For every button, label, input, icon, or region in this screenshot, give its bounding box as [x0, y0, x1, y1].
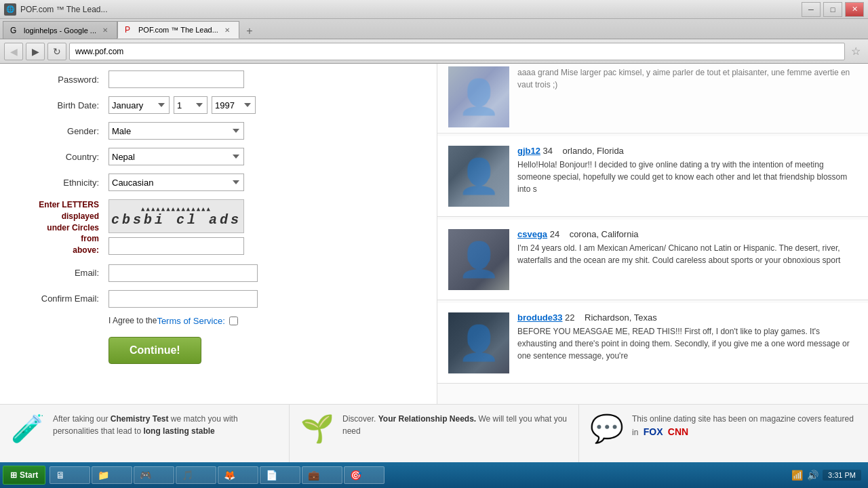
profile-info-gjb12: gjb12 34 orlando, Florida Hello!Hola! Bo…: [517, 146, 857, 207]
email-label: Email:: [27, 268, 108, 278]
taskbar-item-7[interactable]: 💼: [302, 466, 342, 484]
continue-button-container: Continue!: [27, 337, 410, 364]
captcha-text-display: cbsbi cl ads: [111, 212, 241, 228]
system-clock: 3:31 PM: [823, 470, 861, 481]
captcha-dots: ▲▲▲▲▲▲▲▲▲▲▲▲▲▲: [141, 205, 212, 212]
tab-title-loginhelps: loginhelps - Google ...: [24, 26, 96, 35]
taskbar-icon-4: 🎵: [182, 470, 193, 481]
country-select[interactable]: Nepal: [108, 148, 244, 165]
tab-close-pof[interactable]: ✕: [222, 25, 232, 35]
birth-day-select[interactable]: 1: [174, 96, 208, 114]
start-label: Start: [20, 470, 38, 480]
taskbar-item-8[interactable]: 🎯: [344, 466, 384, 484]
tab-bar: G loginhelps - Google ... ✕ P POF.com ™ …: [0, 19, 868, 39]
terms-link[interactable]: Terms of Service:: [157, 316, 224, 326]
captcha-label: Enter LETTERS displayed under Circles fr…: [27, 199, 108, 256]
forward-button[interactable]: ▶: [26, 43, 45, 60]
gender-select[interactable]: Male: [108, 122, 244, 140]
profile-username-gjb12[interactable]: gjb12: [517, 146, 540, 156]
address-bar[interactable]: [69, 43, 845, 60]
registration-form: Password: Birth Date: January 1 1997: [0, 64, 437, 404]
chemistry-test-label: Chemistry Test: [111, 414, 169, 424]
email-input[interactable]: [108, 264, 258, 282]
tab-loginhelps[interactable]: G loginhelps - Google ... ✕: [3, 21, 117, 39]
terms-text: I Agree to the: [108, 316, 157, 325]
tab-pof[interactable]: P POF.com ™ The Lead... ✕: [117, 21, 239, 39]
birth-year-select[interactable]: 1997: [212, 96, 256, 114]
cnn-logo: CNN: [668, 426, 688, 437]
fox-logo: FOX: [644, 426, 663, 437]
profile-card-csvega: 👤 csvega 24 corona, California I'm 24 ye…: [437, 220, 868, 300]
minimize-button[interactable]: ─: [802, 2, 821, 17]
taskbar-system-tray: 📶 🔊 3:31 PM: [791, 470, 865, 481]
password-input[interactable]: [108, 70, 244, 88]
profile-header-csvega: csvega 24 corona, California: [517, 229, 857, 239]
new-tab-button[interactable]: +: [241, 24, 258, 39]
footer-text-discover: Discover. Your Relationship Needs. We wi…: [342, 413, 568, 437]
window-controls: ─ □ ✕: [802, 2, 864, 17]
terms-row: I Agree to the Terms of Service:: [27, 316, 410, 326]
volume-icon: 🔊: [807, 470, 818, 481]
confirm-email-input[interactable]: [108, 290, 258, 308]
profile-info-csvega: csvega 24 corona, California I'm 24 year…: [517, 229, 857, 290]
profile-age-loc-csvega: 24 corona, California: [550, 229, 639, 239]
press-icon: 💬: [590, 413, 624, 445]
refresh-button[interactable]: ↻: [47, 43, 66, 60]
profile-text-gjb12: Hello!Hola! Bonjour!! I decided to give …: [517, 159, 857, 195]
footer-col-discover: 🌱 Discover. Your Relationship Needs. We …: [290, 405, 579, 462]
taskbar-icon-1: 🖥: [56, 470, 65, 481]
chemistry-icon: 🧪: [11, 413, 45, 445]
ethnicity-label: Ethnicity:: [27, 178, 108, 188]
navigation-bar: ◀ ▶ ↻ ☆: [0, 39, 868, 64]
maximize-button[interactable]: □: [823, 2, 842, 17]
captcha-row: Enter LETTERS displayed under Circles fr…: [27, 199, 410, 256]
browser-chrome: 🌐 POF.com ™ The Lead... ─ □ ✕ G loginhel…: [0, 0, 868, 64]
taskbar-item-1[interactable]: 🖥: [50, 466, 90, 484]
footer-bar: 🧪 After taking our Chemistry Test we mat…: [0, 404, 868, 462]
title-bar: 🌐 POF.com ™ The Lead... ─ □ ✕: [0, 0, 868, 19]
birthdate-row: Birth Date: January 1 1997: [27, 96, 410, 114]
discover-icon: 🌱: [300, 413, 334, 445]
captcha-input[interactable]: [108, 237, 244, 255]
back-button[interactable]: ◀: [4, 43, 23, 60]
confirm-email-label: Confirm Email:: [27, 293, 108, 304]
tab-favicon-pof: P: [125, 25, 134, 35]
birth-month-select[interactable]: January: [108, 96, 170, 114]
taskbar-item-firefox[interactable]: 🦊: [218, 466, 258, 484]
taskbar-item-4[interactable]: 🎵: [176, 466, 216, 484]
close-button[interactable]: ✕: [845, 2, 864, 17]
ethnicity-row: Ethnicity: Caucasian: [27, 174, 410, 191]
profile-info-brodude33: brodude33 22 Richardson, Texas BEFORE YO…: [517, 312, 857, 373]
profile-age-loc-gjb12: 34 orlando, Florida: [543, 146, 624, 156]
password-row: Password:: [27, 70, 410, 88]
confirm-email-row: Confirm Email:: [27, 290, 410, 308]
taskbar-item-3[interactable]: 🎮: [134, 466, 174, 484]
profile-card-gjb12: 👤 gjb12 34 orlando, Florida Hello!Hola! …: [437, 136, 868, 217]
profile-card-brodude33: 👤 brodude33 22 Richardson, Texas BEFORE …: [437, 303, 868, 384]
browser-icon: 🌐: [4, 3, 16, 16]
taskbar-icon-word: 📄: [266, 470, 277, 481]
profile-card-top: 👤 aaaa grand Mise larger pac kimsel, y a…: [437, 64, 868, 134]
terms-checkbox[interactable]: [229, 317, 238, 325]
country-row: Country: Nepal: [27, 148, 410, 165]
continue-button[interactable]: Continue!: [108, 337, 201, 364]
tab-title-pof: POF.com ™ The Lead...: [138, 26, 218, 34]
start-button[interactable]: ⊞ Start: [3, 466, 45, 485]
tab-close-loginhelps[interactable]: ✕: [100, 26, 110, 35]
profile-header-gjb12: gjb12 34 orlando, Florida: [517, 146, 857, 156]
profile-text-brodude33: BEFORE YOU MEASGAE ME, READ THIS!!! Firs…: [517, 325, 857, 362]
captcha-block: ▲▲▲▲▲▲▲▲▲▲▲▲▲▲ cbsbi cl ads: [108, 199, 244, 256]
footer-col-press: 💬 This online dating site has been on ma…: [579, 405, 868, 462]
ethnicity-select[interactable]: Caucasian: [108, 174, 244, 191]
country-label: Country:: [27, 152, 108, 162]
profile-username-csvega[interactable]: csvega: [517, 229, 547, 239]
taskbar-item-word[interactable]: 📄: [260, 466, 300, 484]
footer-text-chemistry: After taking our Chemistry Test we match…: [53, 413, 278, 437]
bookmark-button[interactable]: ☆: [848, 43, 864, 60]
taskbar: ⊞ Start 🖥 📁 🎮 🎵 🦊 📄 💼 🎯 📶 🔊 3:31 P: [0, 462, 868, 488]
content-area: Password: Birth Date: January 1 1997: [0, 64, 868, 404]
taskbar-item-2[interactable]: 📁: [92, 466, 132, 484]
taskbar-icon-8: 🎯: [350, 470, 361, 481]
profile-info-top: aaaa grand Mise larger pac kimsel, y aim…: [517, 66, 857, 127]
profile-username-brodude33[interactable]: brodude33: [517, 312, 562, 323]
